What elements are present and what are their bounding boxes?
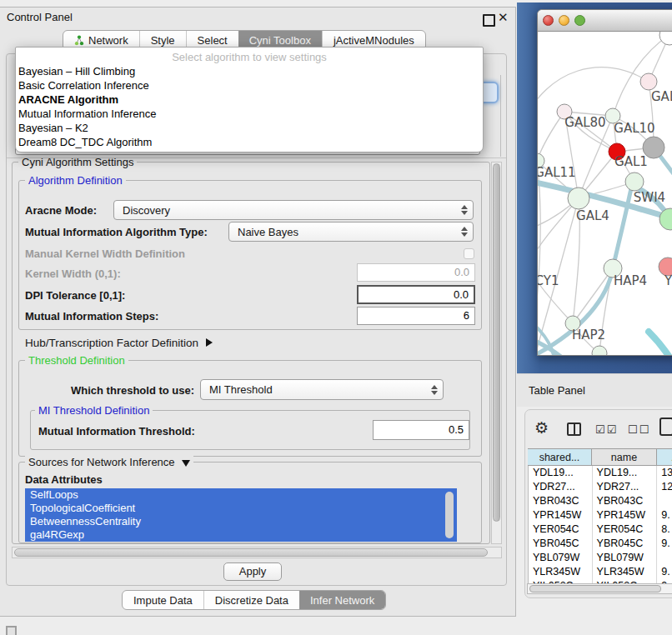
manual-kernel-width-label: Manual Kernel Width Definition [25, 248, 185, 260]
network-edge[interactable] [573, 268, 613, 323]
split-pane-divider [574, 424, 575, 434]
table-cell: YLR345W [593, 565, 658, 579]
network-node[interactable] [592, 346, 607, 355]
which-threshold-label: Which threshold to use: [71, 384, 194, 397]
dropdown-item-mutual-information-inference[interactable]: Mutual Information Inference [16, 107, 483, 121]
table-horizontal-scrollbar-thumb[interactable] [529, 585, 661, 592]
manual-kernel-width-checkbox[interactable] [464, 248, 474, 259]
mac-close-icon[interactable] [543, 15, 554, 26]
gear-icon[interactable]: ⚙ [534, 418, 549, 437]
control-panel-title: Control Panel [7, 11, 73, 23]
network-icon [74, 35, 84, 46]
attribute-item-gal4rgexp[interactable]: gal4RGexp [25, 528, 457, 542]
network-node-label: HAP2 [572, 328, 605, 342]
bottom-tab-impute-data[interactable]: Impute Data [123, 591, 203, 609]
table-cell: YDR27... [529, 480, 593, 494]
table-row[interactable]: YBL079WYBL079W [529, 551, 672, 565]
network-node[interactable] [640, 73, 657, 90]
mi-steps-label: Mutual Information Steps: [25, 310, 158, 322]
table-cell: 9. [657, 565, 672, 579]
hub-expander[interactable]: Hub/Transcription Factor Definition [25, 337, 213, 349]
apply-button[interactable]: Apply [223, 562, 282, 581]
dropdown-item-aracne-algorithm[interactable]: ARACNE Algorithm [16, 92, 483, 107]
table-cell: 9. [657, 537, 672, 551]
aracne-mode-value: Discovery [123, 204, 170, 217]
table-cell: 13 [657, 466, 672, 480]
kernel-width-input[interactable]: 0.0 [357, 263, 475, 282]
bottom-tab-discretize-data[interactable]: Discretize Data [203, 591, 299, 609]
network-edge[interactable] [538, 68, 649, 122]
table-row[interactable]: YPR145WYPR145W9. [529, 508, 672, 522]
table-cell: YER054C [529, 522, 593, 537]
network-edge-highlighted[interactable] [649, 332, 672, 355]
table-cell: YLR345W [529, 565, 593, 579]
column-header-a[interactable]: A [657, 448, 672, 466]
network-graph[interactable]: GALGAL80GAL10GAL1GAL11SWI4GAL4GCY1HAP4YH… [538, 32, 672, 355]
screenshot-stage: Control Panel ✕ NetworkStyleSelectCyni T… [0, 0, 672, 635]
table-row[interactable]: YBR045CYBR045C9. [529, 537, 672, 551]
mi-algorithm-type-value: Naive Bayes [238, 226, 298, 238]
table-cell: YBR045C [593, 537, 658, 551]
sources-legend-label: Sources for Network Inference [28, 456, 175, 468]
mi-steps-input[interactable]: 6 [357, 307, 475, 325]
mi-algorithm-type-label: Mutual Information Algorithm Type: [25, 226, 208, 238]
select-columns-unchecked-icon[interactable]: ☐☐ [628, 423, 650, 436]
resize-grip[interactable] [6, 626, 17, 635]
mi-threshold-input[interactable]: 0.5 [373, 420, 469, 440]
network-node[interactable] [659, 32, 672, 45]
which-threshold-select[interactable]: MI Threshold [200, 379, 444, 400]
mac-minimize-icon[interactable] [559, 15, 569, 26]
mi-threshold-legend: MI Threshold Definition [35, 404, 153, 417]
column-header-name[interactable]: name [592, 448, 657, 466]
tab-label: Cyni Toolbox [249, 34, 311, 47]
network-node-label: GAL1 [614, 154, 648, 169]
dropdown-item-basic-correlation-inference[interactable]: Basic Correlation Inference [16, 78, 483, 92]
table-cell: YER054C [593, 522, 658, 537]
table-cell: YBL079W [593, 551, 658, 565]
attributes-list-scrollbar[interactable] [445, 492, 454, 538]
dropdown-item-bayesian-hill-climbing[interactable]: Bayesian – Hill Climbing [16, 64, 483, 78]
mi-algorithm-type-select[interactable]: Naive Bayes [228, 222, 474, 242]
table-row[interactable]: YDL19...YDL19...13 [529, 466, 672, 480]
network-node-label: GAL80 [564, 115, 605, 130]
network-edge[interactable] [538, 112, 564, 161]
attribute-item-topologicalcoefficient[interactable]: TopologicalCoefficient [25, 502, 457, 515]
table-row[interactable]: YER054CYER054C8. [529, 522, 672, 537]
sources-legend[interactable]: Sources for Network Inference [25, 456, 193, 468]
close-icon[interactable]: ✕ [498, 10, 509, 25]
table-cell: YBL079W [529, 551, 593, 565]
expander-right-icon [206, 338, 213, 347]
network-node[interactable] [568, 188, 589, 209]
bottom-tab-infer-network[interactable]: Infer Network [299, 591, 385, 609]
spinner-icon [461, 205, 468, 215]
dropdown-item-dream8-dc-tdc-algorithm[interactable]: Dream8 DC_TDC Algorithm [16, 135, 483, 149]
network-node-label: GCY1 [538, 273, 559, 288]
select-columns-checked-icon[interactable]: ☑☑ [595, 423, 618, 436]
float-window-icon[interactable] [483, 14, 495, 27]
column-header-shared[interactable]: shared... [528, 448, 592, 466]
algorithm-dropdown-popup: Select algorithm to view settings Bayesi… [15, 47, 484, 152]
network-edge[interactable] [538, 198, 579, 267]
table-row[interactable]: YBR043CYBR043C [529, 494, 672, 508]
bottom-tabbar: Impute DataDiscretize DataInfer Network [122, 590, 386, 610]
network-node[interactable] [625, 172, 644, 191]
dpi-tolerance-input[interactable]: 0.0 [357, 285, 475, 304]
table-row[interactable]: YLR345WYLR345W9. [529, 565, 672, 579]
settings-vertical-scrollbar-thumb[interactable] [493, 163, 500, 522]
attribute-item-selfloops[interactable]: SelfLoops [25, 488, 457, 502]
settings-horizontal-scrollbar-thumb[interactable] [14, 548, 488, 557]
bottom-tab-label: Discretize Data [215, 594, 288, 607]
mi-threshold-label: Mutual Information Threshold: [38, 425, 195, 438]
table-row[interactable]: YDR27...YDR27...12 [529, 480, 672, 494]
dropdown-item-bayesian-k2[interactable]: Bayesian – K2 [16, 121, 483, 135]
bottom-tab-label: Impute Data [133, 594, 193, 607]
group-border-fragment-bottom [7, 158, 506, 158]
new-table-file-icon[interactable] [659, 418, 672, 436]
mac-zoom-icon[interactable] [574, 15, 585, 26]
tab-label: Style [151, 34, 175, 47]
attribute-item-betweennesscentrality[interactable]: BetweennessCentrality [25, 515, 457, 528]
network-node-label: Y [664, 273, 672, 288]
split-pane-icon[interactable] [567, 422, 581, 436]
aracne-mode-select[interactable]: Discovery [113, 200, 474, 220]
network-node[interactable] [659, 208, 672, 230]
